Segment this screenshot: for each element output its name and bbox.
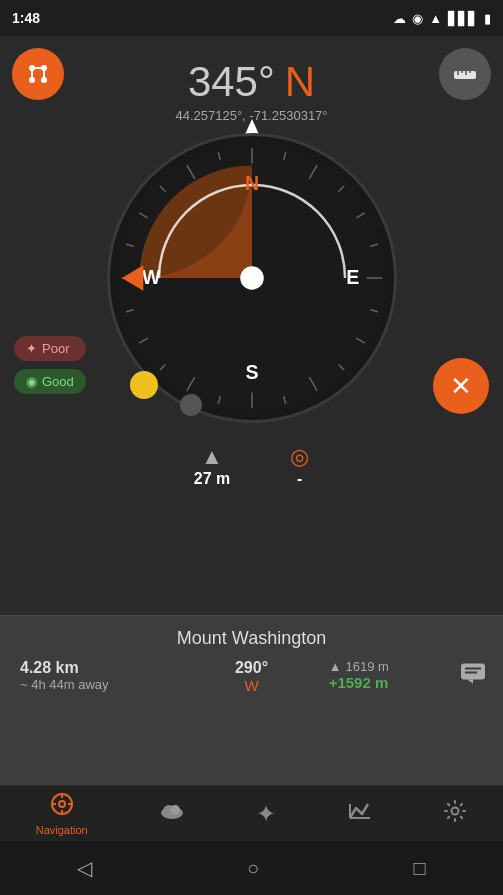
svg-line-19 <box>186 377 194 391</box>
signal-icon: ▋▋▋ <box>448 11 478 26</box>
svg-line-29 <box>283 396 285 404</box>
chat-button[interactable] <box>459 661 487 692</box>
status-bar: 1:48 ☁ ◉ ▲ ▋▋▋ ▮ <box>0 0 503 36</box>
elevation-row: ▲ 27 m ◎ - <box>0 440 503 492</box>
svg-point-41 <box>240 266 264 290</box>
weather-icon <box>159 801 185 827</box>
moon-indicator <box>180 394 202 416</box>
route-stats: 4.28 km ~ 4h 44m away 290° W ▲ 1619 m +1… <box>0 655 503 698</box>
destination-elev: ▲ 1619 m <box>329 659 389 674</box>
elevation-item: ▲ 27 m <box>194 444 230 488</box>
svg-line-20 <box>139 338 147 343</box>
nav-tab-weather[interactable] <box>147 795 197 833</box>
svg-marker-45 <box>467 679 473 683</box>
speed-icon: ◎ <box>290 444 309 470</box>
wifi-icon: ▲ <box>429 11 442 26</box>
nav-tab-settings[interactable] <box>431 793 479 835</box>
nav-tab-altitude[interactable] <box>336 794 384 834</box>
elevation-mountain-icon: ▲ <box>201 444 223 470</box>
sun-indicator <box>130 371 158 399</box>
elev-m: 1619 m <box>346 659 389 674</box>
battery-icon: ▮ <box>484 11 491 26</box>
svg-point-47 <box>59 801 65 807</box>
home-button[interactable]: ○ <box>247 857 259 880</box>
destination-name: Mount Washington <box>0 616 503 655</box>
svg-line-22 <box>139 213 147 218</box>
svg-marker-40 <box>121 265 143 290</box>
location-icon: ◉ <box>412 11 423 26</box>
svg-line-27 <box>370 310 378 312</box>
svg-text:E: E <box>346 266 359 288</box>
top-controls <box>0 44 503 104</box>
recents-button[interactable]: □ <box>414 857 426 880</box>
svg-point-57 <box>452 807 459 814</box>
speed-value: - <box>297 470 302 488</box>
status-time: 1:48 <box>12 10 40 26</box>
svg-line-26 <box>370 244 378 246</box>
svg-text:N: N <box>244 172 258 194</box>
svg-line-16 <box>356 338 364 343</box>
altitude-icon <box>348 800 372 828</box>
good-badge: ◉ Good <box>14 369 86 394</box>
close-button[interactable]: ✕ <box>433 358 489 414</box>
svg-text:W: W <box>141 266 160 288</box>
distance-value: 4.28 km <box>20 659 79 677</box>
elev-gain: +1592 m <box>329 674 389 691</box>
bearing-col: 290° W <box>174 659 328 694</box>
ruler-button[interactable] <box>439 48 491 100</box>
svg-line-24 <box>283 152 285 160</box>
status-icons: ☁ ◉ ▲ ▋▋▋ ▮ <box>393 11 491 26</box>
svg-point-54 <box>170 805 180 815</box>
bottom-nav: Navigation ✦ <box>0 785 503 841</box>
svg-text:S: S <box>245 361 258 383</box>
poor-badge: ✦ Poor <box>14 336 86 361</box>
distance-col: 4.28 km ~ 4h 44m away <box>20 659 174 692</box>
svg-line-25 <box>338 186 344 192</box>
nav-tab-navigation[interactable]: Navigation <box>24 786 100 842</box>
settings-icon <box>443 799 467 829</box>
good-label: Good <box>42 374 74 389</box>
svg-line-31 <box>159 365 165 371</box>
svg-line-30 <box>218 396 220 404</box>
waypoints-button[interactable] <box>12 48 64 100</box>
poor-label: Poor <box>42 341 69 356</box>
svg-line-17 <box>309 377 317 391</box>
nav-label-navigation: Navigation <box>36 824 88 836</box>
compass-area: 345° N 44.257125°, -71.2530317° <box>0 44 503 504</box>
svg-line-33 <box>126 244 134 246</box>
waypoints-star-icon: ✦ <box>256 800 276 828</box>
android-nav-bar: ◁ ○ □ <box>0 841 503 895</box>
bearing-degrees: 290° <box>235 659 268 677</box>
svg-line-28 <box>338 365 344 371</box>
good-icon: ◉ <box>26 374 37 389</box>
bearing-dir: W <box>244 677 258 694</box>
svg-line-14 <box>356 213 364 218</box>
elevation-value: 27 m <box>194 470 230 488</box>
info-panel: Mount Washington 4.28 km ~ 4h 44m away 2… <box>0 615 503 785</box>
svg-line-13 <box>309 165 317 179</box>
eta-value: ~ 4h 44m away <box>20 677 109 692</box>
close-icon: ✕ <box>450 371 472 402</box>
mountain-icon: ▲ <box>329 659 342 674</box>
back-button[interactable]: ◁ <box>77 856 92 880</box>
svg-line-34 <box>159 186 165 192</box>
navigation-icon <box>50 792 74 822</box>
quality-badges: ✦ Poor ◉ Good <box>14 336 86 394</box>
speed-item: ◎ - <box>290 444 309 488</box>
svg-line-35 <box>218 152 220 160</box>
nav-tab-waypoints[interactable]: ✦ <box>244 794 288 834</box>
svg-line-23 <box>186 165 194 179</box>
poor-icon: ✦ <box>26 341 37 356</box>
cloud-icon: ☁ <box>393 11 406 26</box>
svg-line-32 <box>126 310 134 312</box>
